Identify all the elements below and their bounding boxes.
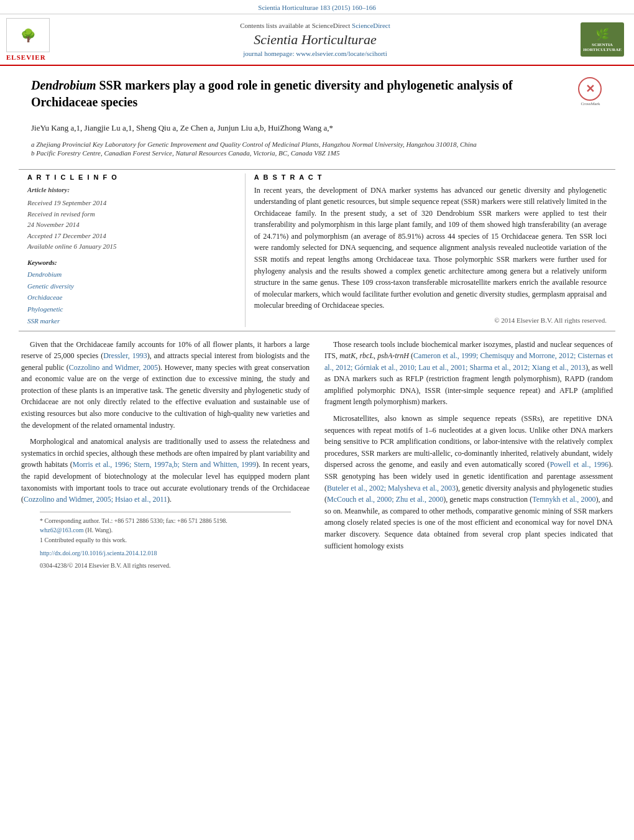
contents-link[interactable]: Contents lists available at ScienceDirec…: [50, 22, 581, 29]
authors-line: JieYu Kang a,1, Jiangjie Lu a,1, Sheng Q…: [31, 122, 603, 134]
crossmark-icon[interactable]: ✕: [578, 77, 602, 101]
abstract-heading: A B S T R A C T: [254, 173, 607, 181]
ref-morris[interactable]: Morris et al., 1996; Stern, 1997a,b; Ste…: [73, 460, 256, 469]
body-text-right: Those research tools include biochemical…: [324, 339, 613, 552]
body-para-4: Microsatellites, also known as simple se…: [324, 413, 613, 552]
author-list: JieYu Kang a,1, Jiangjie Lu a,1, Sheng Q…: [31, 123, 333, 132]
article-info-col: A R T I C L E I N F O Article history: R…: [19, 173, 246, 327]
crossmark-badge[interactable]: ✕ CrossMark: [578, 77, 603, 102]
homepage-url[interactable]: www.elsevier.com/locate/scihorti: [296, 50, 387, 57]
authors-section: JieYu Kang a,1, Jiangjie Lu a,1, Sheng Q…: [0, 118, 634, 137]
journal-meta-row: 🌳 ELSEVIER Contents lists available at S…: [0, 14, 634, 65]
article-history: Article history: Received 19 September 2…: [27, 185, 236, 253]
keyword-4: Phylogenetic: [27, 303, 236, 315]
journal-homepage: journal homepage: www.elsevier.com/locat…: [50, 50, 581, 57]
affiliation-b: b Pacific Forestry Centre, Canadian Fore…: [31, 149, 603, 157]
revised-date: 24 November 2014: [27, 221, 80, 228]
ref-temnykh[interactable]: Temnykh et al., 2000: [532, 495, 595, 504]
footer-doi: http://dx.doi.org/10.1016/j.scienta.2014…: [40, 548, 291, 558]
history-label: Article history:: [27, 185, 236, 196]
keyword-2: Genetic diversity: [27, 280, 236, 292]
footnote-email: whz62@163.com (H. Wang).: [40, 525, 291, 535]
ref-powell[interactable]: Powell et al., 1996: [550, 460, 609, 469]
keyword-5: SSR marker: [27, 315, 236, 327]
article-info-heading: A R T I C L E I N F O: [27, 173, 236, 181]
elsevier-tree-icon: 🌳: [21, 28, 36, 43]
body-col-left: Given that the Orchidaceae family accoun…: [19, 339, 317, 576]
elsevier-logo-image: 🌳: [6, 18, 50, 52]
keyword-1: Dendrobium: [27, 269, 236, 280]
homepage-label: journal homepage:: [243, 50, 294, 57]
journal-center-info: Contents lists available at ScienceDirec…: [50, 22, 581, 57]
body-section: Given that the Orchidaceae family accoun…: [19, 339, 615, 576]
doi-link[interactable]: http://dx.doi.org/10.1016/j.scienta.2014…: [40, 550, 157, 556]
keywords-label: Keywords:: [27, 259, 236, 266]
email-link[interactable]: whz62@163.com: [40, 527, 84, 533]
available-date: Available online 6 January 2015: [27, 242, 117, 250]
footnote-1: 1 Contributed equally to this work.: [40, 535, 291, 545]
received-date: Received 19 September 2014: [27, 199, 106, 206]
contents-text: Contents lists available at ScienceDirec…: [240, 22, 350, 29]
body-col-right: Those research tools include biochemical…: [317, 339, 615, 576]
ref-dressler[interactable]: Dressler, 1993: [103, 351, 147, 360]
received-revised-label: Received in revised form: [27, 210, 95, 218]
journal-citation: Scientia Horticulturae 183 (2015) 160–16…: [258, 4, 375, 11]
keywords-block: Keywords: Dendrobium Genetic diversity O…: [27, 259, 236, 326]
ref-mccouch[interactable]: McCouch et al., 2000; Zhu et al., 2000: [327, 495, 443, 504]
article-title: Dendrobium SSR markers play a good role …: [31, 77, 566, 111]
science-direct-link[interactable]: ScienceDirect: [352, 22, 390, 29]
crossmark-label: CrossMark: [578, 101, 603, 106]
title-genus: Dendrobium: [31, 78, 96, 92]
article-title-text: Dendrobium SSR markers play a good role …: [31, 77, 578, 111]
ref-cozzolino-2005[interactable]: Cozzolino and Widmer, 2005: [69, 363, 158, 372]
footer-issn: 0304-4238/© 2014 Elsevier B.V. All right…: [40, 561, 291, 571]
footnote-star: * Corresponding author. Tel.: +86 571 28…: [40, 516, 291, 526]
accepted-date: Accepted 17 December 2014: [27, 232, 106, 239]
body-para-3: Those research tools include biochemical…: [324, 339, 613, 408]
affiliations: a Zhejiang Provincial Key Laboratory for…: [0, 137, 634, 164]
journal-citation-bar: Scientia Horticulturae 183 (2015) 160–16…: [0, 4, 634, 14]
body-para-1: Given that the Orchidaceae family accoun…: [21, 339, 310, 432]
article-title-section: Dendrobium SSR markers play a good role …: [0, 66, 634, 118]
article-info-abstract-section: A R T I C L E I N F O Article history: R…: [19, 169, 615, 331]
elsevier-brand-label: ELSEVIER: [6, 53, 46, 61]
journal-logo-inner: 🌿 SCIENTIAHORTICULTURAE: [583, 27, 622, 52]
keyword-3: Orchidaceae: [27, 292, 236, 303]
journal-header: Scientia Horticulturae 183 (2015) 160–16…: [0, 0, 634, 66]
body-text-left: Given that the Orchidaceae family accoun…: [21, 339, 310, 505]
affiliation-a: a Zhejiang Provincial Key Laboratory for…: [31, 141, 603, 148]
abstract-text: In recent years, the development of DNA …: [254, 185, 607, 312]
journal-right-logo: 🌿 SCIENTIAHORTICULTURAE: [581, 22, 624, 57]
journal-name: Scientia Horticulturae: [50, 32, 581, 48]
copyright-line: © 2014 Elsevier B.V. All rights reserved…: [254, 312, 607, 324]
ref-buteler[interactable]: Buteler et al., 2002; Malysheva et al., …: [327, 484, 456, 492]
abstract-body: In recent years, the development of DNA …: [254, 186, 607, 310]
ref-cozzolino-2011[interactable]: Cozzolino and Widmer, 2005; Hsiao et al.…: [24, 495, 167, 504]
abstract-col: A B S T R A C T In recent years, the dev…: [246, 173, 615, 327]
email-author: (H. Wang).: [85, 527, 113, 533]
footer-notes: * Corresponding author. Tel.: +86 571 28…: [40, 512, 291, 545]
title-rest: SSR markers play a good role in genetic …: [31, 78, 513, 109]
elsevier-logo: 🌳 ELSEVIER: [6, 18, 50, 61]
body-para-2: Morphological and anatomical analysis ar…: [21, 436, 310, 505]
